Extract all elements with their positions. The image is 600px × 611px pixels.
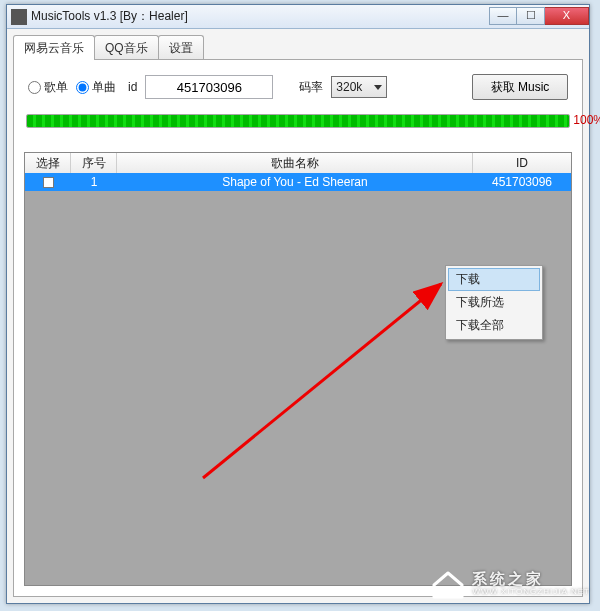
- progress-track: [26, 114, 570, 128]
- radio-playlist-label: 歌单: [44, 79, 68, 96]
- table-header: 选择 序号 歌曲名称 ID: [25, 153, 571, 173]
- id-input[interactable]: [145, 75, 273, 99]
- app-window: MusicTools v1.3 [By：Healer] — ☐ X 网易云音乐 …: [6, 4, 590, 604]
- minimize-button[interactable]: —: [489, 7, 517, 25]
- rate-value: 320k: [336, 80, 362, 94]
- th-select[interactable]: 选择: [25, 153, 71, 173]
- window-buttons: — ☐ X: [489, 7, 589, 27]
- annotation-arrow: [193, 278, 458, 488]
- rate-select[interactable]: 320k: [331, 76, 387, 98]
- td-id: 451703096: [473, 175, 571, 189]
- window-title: MusicTools v1.3 [By：Healer]: [31, 8, 489, 25]
- menu-download-selected[interactable]: 下载所选: [448, 291, 540, 314]
- svg-line-0: [203, 284, 441, 478]
- tab-qqmusic[interactable]: QQ音乐: [94, 35, 159, 60]
- menu-download[interactable]: 下载: [448, 268, 540, 291]
- rate-label: 码率: [299, 79, 323, 96]
- get-music-button[interactable]: 获取 Music: [472, 74, 568, 100]
- results-table: 选择 序号 歌曲名称 ID 1 Shape of You - Ed Sheera…: [24, 152, 572, 586]
- td-index: 1: [71, 175, 117, 189]
- app-icon: [11, 9, 27, 25]
- radio-single-input[interactable]: [76, 81, 89, 94]
- close-button[interactable]: X: [545, 7, 589, 25]
- watermark-icon: [430, 569, 466, 599]
- watermark: 系统之家 WWW.XITONGZHIJIA.NET: [430, 569, 590, 599]
- radio-single[interactable]: 单曲: [76, 79, 116, 96]
- radio-single-label: 单曲: [92, 79, 116, 96]
- watermark-text: 系统之家 WWW.XITONGZHIJIA.NET: [472, 571, 590, 596]
- td-name: Shape of You - Ed Sheeran: [117, 175, 473, 189]
- menu-download-all[interactable]: 下载全部: [448, 314, 540, 337]
- controls-row: 歌单 单曲 id 码率 320k 获取 Music: [14, 60, 582, 114]
- client-area: 网易云音乐 QQ音乐 设置 歌单 单曲 id 码率 320k: [7, 29, 589, 603]
- progress-percent: 100%: [573, 113, 600, 127]
- tab-netease[interactable]: 网易云音乐: [13, 35, 95, 60]
- td-select[interactable]: [25, 177, 71, 188]
- radio-playlist[interactable]: 歌单: [28, 79, 68, 96]
- th-id[interactable]: ID: [473, 153, 571, 173]
- progress-fill: [27, 115, 569, 127]
- progress-bar: 100%: [26, 114, 570, 128]
- titlebar[interactable]: MusicTools v1.3 [By：Healer] — ☐ X: [7, 5, 589, 29]
- table-row[interactable]: 1 Shape of You - Ed Sheeran 451703096: [25, 173, 571, 191]
- tab-panel: 歌单 单曲 id 码率 320k 获取 Music 10: [13, 59, 583, 597]
- tab-settings[interactable]: 设置: [158, 35, 204, 60]
- th-name[interactable]: 歌曲名称: [117, 153, 473, 173]
- th-index[interactable]: 序号: [71, 153, 117, 173]
- tabstrip: 网易云音乐 QQ音乐 设置: [13, 35, 583, 60]
- watermark-en: WWW.XITONGZHIJIA.NET: [472, 588, 590, 597]
- watermark-cn: 系统之家: [472, 571, 590, 588]
- checkbox-icon[interactable]: [43, 177, 54, 188]
- context-menu: 下载 下载所选 下载全部: [445, 265, 543, 340]
- maximize-button[interactable]: ☐: [517, 7, 545, 25]
- chevron-down-icon: [374, 85, 382, 90]
- radio-playlist-input[interactable]: [28, 81, 41, 94]
- id-label: id: [128, 80, 137, 94]
